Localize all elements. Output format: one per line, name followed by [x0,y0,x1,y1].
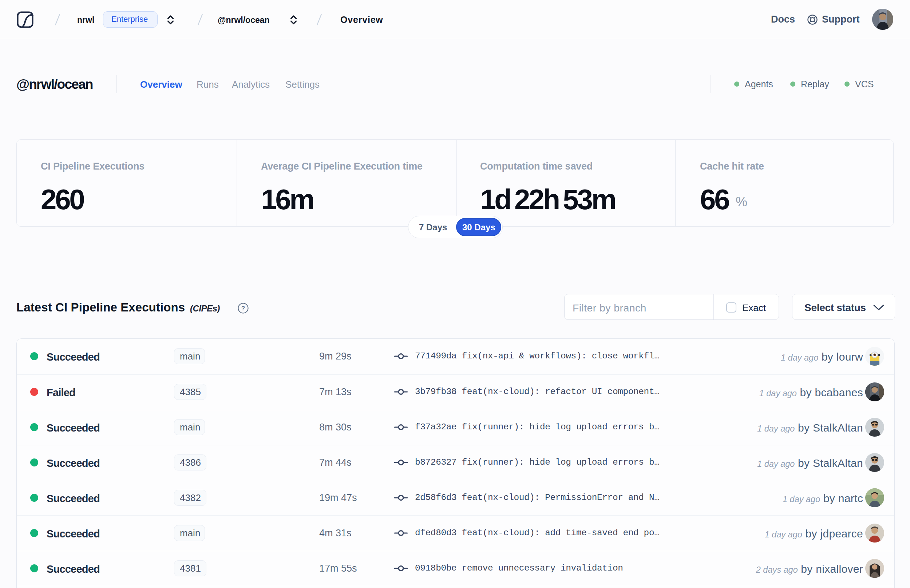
svg-text:?: ? [241,305,245,312]
